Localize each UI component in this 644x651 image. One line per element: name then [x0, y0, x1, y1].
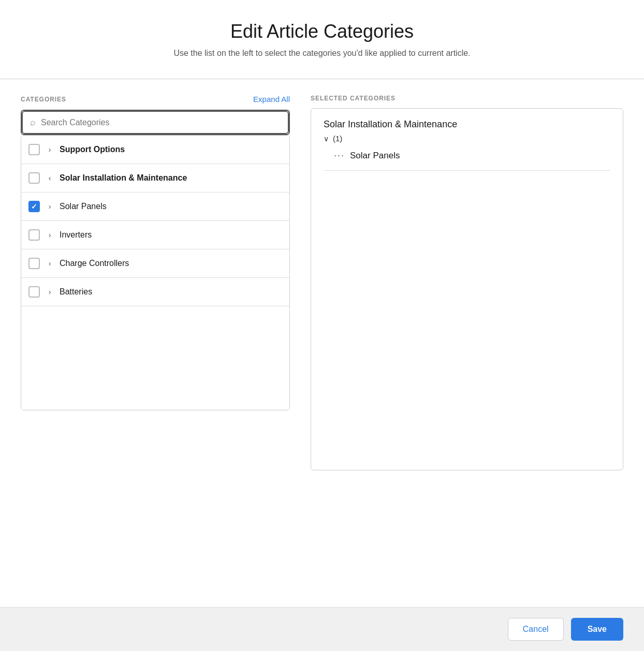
chevron-charge-controllers[interactable]: ›: [45, 259, 54, 268]
selected-count: (1): [333, 134, 342, 143]
selected-chevron-down-icon: ∨: [324, 135, 329, 143]
categories-panel-header: CATEGORIES Expand All: [21, 95, 290, 103]
category-name-support-options: Support Options: [60, 145, 125, 154]
selected-categories-label: SELECTED CATEGORIES: [311, 95, 623, 102]
page-title: Edit Article Categories: [10, 21, 634, 42]
category-item-charge-controllers[interactable]: › Charge Controllers: [21, 249, 289, 278]
category-item-solar-panels[interactable]: › Solar Panels: [21, 193, 289, 221]
cancel-button[interactable]: Cancel: [508, 618, 564, 641]
chevron-batteries[interactable]: ›: [45, 288, 54, 296]
search-input[interactable]: [41, 118, 281, 127]
footer: Cancel Save: [0, 607, 644, 651]
expand-all-button[interactable]: Expand All: [253, 95, 290, 103]
categories-list: › Support Options ‹ Solar Installation &…: [21, 135, 290, 410]
page-subtitle: Use the list on the left to select the c…: [10, 49, 634, 58]
checkbox-charge-controllers[interactable]: [28, 258, 40, 269]
checkbox-batteries[interactable]: [28, 286, 40, 298]
dots-icon: ···: [334, 150, 345, 161]
category-name-solar-panels: Solar Panels: [60, 202, 107, 211]
search-box: ⌕: [22, 111, 289, 134]
page-header: Edit Article Categories Use the list on …: [0, 0, 644, 68]
selected-item-solar-panels: Solar Panels: [350, 151, 400, 161]
search-icon: ⌕: [30, 117, 36, 128]
categories-label: CATEGORIES: [21, 96, 66, 103]
selected-divider: [324, 170, 610, 171]
checkbox-support-options[interactable]: [28, 144, 40, 155]
save-button[interactable]: Save: [571, 618, 623, 641]
chevron-support-options[interactable]: ›: [45, 145, 54, 154]
chevron-solar-installation[interactable]: ‹: [45, 174, 54, 182]
selected-box: Solar Installation & Maintenance ∨ (1) ·…: [311, 108, 623, 470]
category-name-batteries: Batteries: [60, 287, 92, 297]
chevron-solar-panels[interactable]: ›: [45, 202, 54, 211]
selected-item-row: ··· Solar Panels: [324, 146, 610, 165]
empty-list-area: [21, 306, 289, 410]
checkbox-solar-panels[interactable]: [28, 201, 40, 212]
chevron-inverters[interactable]: ›: [45, 231, 54, 239]
left-panel: CATEGORIES Expand All ⌕ › Support Option…: [21, 95, 290, 607]
category-item-batteries[interactable]: › Batteries: [21, 278, 289, 306]
selected-parent-name: Solar Installation & Maintenance: [324, 119, 610, 130]
checkbox-solar-installation[interactable]: [28, 172, 40, 184]
category-name-inverters: Inverters: [60, 230, 92, 240]
header-divider: [0, 79, 644, 79]
category-item-inverters[interactable]: › Inverters: [21, 221, 289, 249]
right-panel: SELECTED CATEGORIES Solar Installation &…: [311, 95, 623, 607]
search-wrapper: ⌕: [21, 110, 290, 135]
category-name-charge-controllers: Charge Controllers: [60, 259, 129, 268]
category-item-support-options[interactable]: › Support Options: [21, 136, 289, 164]
main-content: CATEGORIES Expand All ⌕ › Support Option…: [0, 95, 644, 607]
checkbox-inverters[interactable]: [28, 229, 40, 241]
selected-expand-row[interactable]: ∨ (1): [324, 134, 610, 143]
category-item-solar-installation[interactable]: ‹ Solar Installation & Maintenance: [21, 164, 289, 193]
category-name-solar-installation: Solar Installation & Maintenance: [60, 173, 187, 183]
